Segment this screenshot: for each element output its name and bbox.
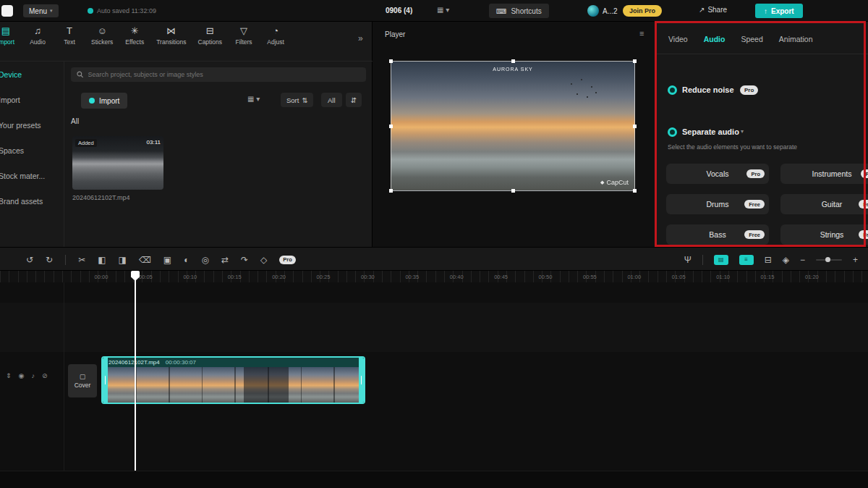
media-tab-effects[interactable]: ✳Effects (119, 26, 150, 46)
voiceover-mic-icon[interactable]: Ψ (684, 256, 692, 264)
track-resize-icon[interactable]: ⇕ (6, 372, 12, 379)
ruler-label: 01:05 (672, 274, 686, 280)
zoom-in-icon[interactable]: + (853, 256, 858, 264)
track-view-a-icon[interactable]: ▤ (714, 255, 728, 265)
mute-track-icon[interactable]: ♪ (31, 372, 35, 379)
player-menu-icon[interactable]: ≡ (639, 29, 644, 38)
separate-option-bass[interactable]: BassFree (666, 224, 769, 245)
ruler-label: 00:00 (95, 274, 109, 280)
pro-badge: Pro (861, 169, 868, 178)
search-bar[interactable] (71, 67, 366, 82)
crop-icon[interactable]: ▣ (163, 256, 171, 264)
zoom-slider[interactable] (816, 259, 842, 261)
avatar[interactable] (587, 5, 599, 17)
delete-icon[interactable]: ⌫ (139, 256, 151, 264)
resize-handle[interactable] (633, 189, 637, 193)
sidebar-item-brand-assets[interactable]: Brand assets (0, 188, 64, 214)
rotate-icon[interactable]: ↷ (241, 256, 248, 264)
separate-option-drums[interactable]: DrumsFree (666, 194, 769, 214)
shortcuts-button[interactable]: ⌨ Shortcuts (489, 4, 549, 18)
sidebar-item-your-presets[interactable]: Your presets (0, 112, 64, 138)
media-tab-import[interactable]: ▤Import (0, 26, 22, 46)
media-tab-label: Adjust (267, 38, 284, 46)
export-button[interactable]: ↑ Export (755, 4, 803, 18)
media-tab-audio[interactable]: ♫Audio (22, 26, 54, 46)
sidebar-item-spaces[interactable]: Spaces (0, 138, 64, 163)
delete-left-icon[interactable]: ◧ (98, 256, 106, 264)
sidebar-item-device[interactable]: Device (0, 62, 64, 87)
resize-handle[interactable] (511, 59, 515, 63)
cover-button[interactable]: ▢ Cover (68, 364, 97, 397)
search-input[interactable] (88, 71, 360, 78)
filter-button[interactable]: ⇵ (346, 93, 362, 107)
media-tab-adjust[interactable]: ◔Adjust (260, 26, 292, 46)
sort-button[interactable]: Sort ⇅ (281, 93, 313, 107)
inspector-tab-video[interactable]: Video (668, 35, 688, 43)
view-mode-icon[interactable]: ▦ ▾ (247, 95, 260, 103)
split-icon[interactable]: ✂ (78, 256, 85, 264)
media-tab-stickers[interactable]: ☺Stickers (85, 26, 119, 46)
more-tabs-icon[interactable]: » (358, 33, 363, 43)
divider (702, 255, 703, 265)
share-button[interactable]: ↗ Share (699, 6, 727, 14)
separate-option-vocals[interactable]: VocalsPro (666, 164, 769, 184)
timeline-ruler[interactable]: 00:0000:0500:1000:1500:2000:2500:3000:35… (0, 271, 868, 282)
playhead-line[interactable] (135, 271, 136, 471)
sidebar-item-stock-mater-[interactable]: Stock mater... (0, 163, 64, 188)
resize-handle[interactable] (389, 59, 393, 63)
transform-icon[interactable]: ◇ (260, 256, 267, 264)
capcut-logo[interactable] (1, 5, 13, 17)
media-tab-label: Import (0, 38, 14, 46)
track-view-b-icon[interactable]: ≡ (739, 255, 754, 265)
media-tab-captions[interactable]: ⊟Captions (192, 26, 229, 46)
mirror-icon[interactable]: ⇄ (221, 256, 229, 264)
join-pro-button[interactable]: Join Pro (623, 5, 662, 17)
media-tab-transitions[interactable]: ⋈Transitions (150, 26, 192, 46)
separate-option-strings[interactable]: StringsFree (780, 224, 868, 245)
chevron-down-icon[interactable]: ▾ (741, 128, 744, 135)
media-item-thumbnail[interactable]: Added 03:11 (72, 136, 163, 190)
resize-handle[interactable] (389, 189, 393, 193)
snap-icon[interactable]: ◈ (783, 256, 789, 264)
separate-option-instruments[interactable]: InstrumentsPro (780, 164, 868, 184)
import-button[interactable]: Import (81, 93, 127, 109)
separate-option-guitar[interactable]: GuitarFree (780, 194, 868, 214)
undo-icon[interactable]: ↺ (26, 256, 33, 264)
sort-arrows-icon: ⇅ (302, 96, 307, 104)
timeline-video-clip[interactable]: 20240612102T.mp4 00:00:30:07 (101, 356, 365, 404)
ruler-label: 00:20 (272, 274, 286, 280)
redo-icon[interactable]: ↻ (46, 256, 53, 264)
delete-right-icon[interactable]: ◨ (119, 256, 127, 264)
media-tab-filters[interactable]: ▽Filters (228, 26, 260, 46)
layout-switch-icon[interactable]: ▦ ▾ (437, 6, 449, 14)
timeline-scroll-area[interactable] (0, 471, 868, 488)
reduce-noise-toggle[interactable] (668, 85, 677, 95)
ruler-label: 01:00 (627, 274, 641, 280)
trim-handle-right[interactable] (359, 358, 364, 403)
media-tab-text[interactable]: TText (54, 26, 85, 46)
lock-track-icon[interactable]: ⊘ (42, 372, 48, 379)
video-preview[interactable]: AURORA SKY ◆ CapCut (391, 61, 635, 191)
menu-button[interactable]: Menu ▾ (23, 4, 59, 17)
mask-icon[interactable]: ◐ (184, 256, 189, 264)
zoom-slider-knob[interactable] (825, 257, 830, 262)
zoom-out-icon[interactable]: − (800, 256, 805, 264)
resize-handle[interactable] (511, 189, 515, 193)
resize-handle[interactable] (389, 125, 393, 128)
all-filter-button[interactable]: All (321, 93, 342, 107)
inspector-tab-audio[interactable]: Audio (704, 35, 726, 43)
free-badge: Free (744, 200, 765, 209)
chroma-key-icon[interactable]: ◎ (201, 256, 208, 264)
audio-wave-icon[interactable]: ⊟ (765, 256, 772, 264)
separate-audio-toggle[interactable] (668, 127, 677, 137)
trim-handle-left[interactable] (103, 358, 108, 403)
inspector-tab-bar: VideoAudioSpeedAnimation (668, 35, 813, 43)
sidebar-item-import[interactable]: Import (0, 87, 64, 112)
resize-handle[interactable] (633, 59, 637, 63)
toggle-track-visibility-icon[interactable]: ◉ (19, 372, 25, 379)
resize-handle[interactable] (633, 125, 637, 128)
inspector-tab-animation[interactable]: Animation (779, 35, 813, 43)
inspector-tab-speed[interactable]: Speed (741, 35, 762, 43)
toolbar-right-group: Ψ▤≡⊟◈−+ (684, 248, 858, 272)
video-overlay-text[interactable]: AURORA SKY (493, 67, 533, 72)
